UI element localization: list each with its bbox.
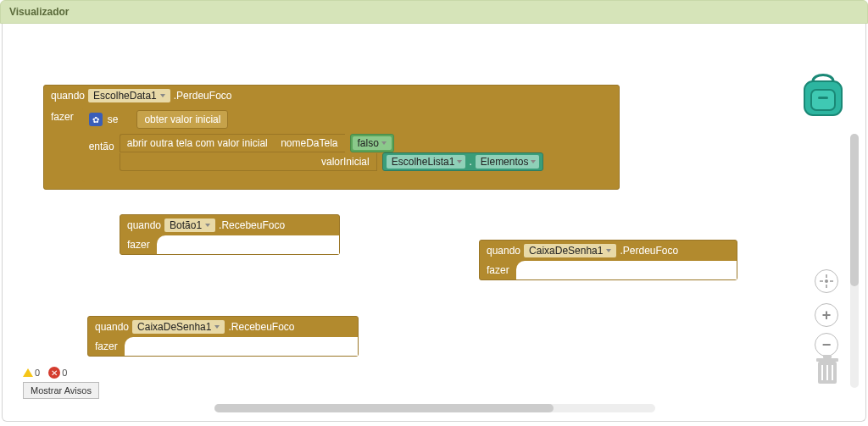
warnings-indicator[interactable]: 0 [23, 368, 40, 378]
if-row: ✿ se obter valor inicial [82, 108, 619, 131]
backpack-icon[interactable] [796, 66, 850, 120]
svg-rect-1 [811, 90, 835, 110]
dropdown-label: CaixaDeSenha1 [529, 245, 603, 257]
when-label: quando [95, 321, 129, 333]
open-screen-block[interactable]: abrir outra tela com valor inicial nomeD… [120, 134, 345, 152]
status-bar: 0 ✕ 0 Mostrar Avisos [23, 367, 99, 399]
zoom-in-button[interactable]: + [815, 303, 838, 327]
event-header: quando CaixaDeSenha1 .PerdeuFoco [480, 241, 737, 261]
empty-body-slot[interactable] [157, 235, 339, 254]
event-block-botao1-recebeufoco[interactable]: quando Botão1 .RecebeuFoco fazer [120, 214, 340, 255]
errors-count: 0 [62, 368, 67, 378]
chevron-down-icon [160, 94, 165, 97]
dropdown-label: CaixaDeSenha1 [137, 321, 211, 333]
dropdown-label: EscolheData1 [93, 90, 157, 102]
property-dropdown[interactable]: Elementos [476, 155, 540, 169]
open-screen-arg2[interactable]: valorInicial [120, 153, 377, 171]
false-text: falso [358, 137, 379, 149]
chevron-down-icon [606, 249, 611, 252]
event-block-caixadesenha-perdeufoco[interactable]: quando CaixaDeSenha1 .PerdeuFoco fazer [479, 240, 737, 280]
do-label: fazer [51, 108, 74, 123]
show-warnings-label: Mostrar Avisos [31, 385, 92, 396]
event-header: quando CaixaDeSenha1 .RecebeuFoco [88, 317, 358, 337]
arg-valorinicial-label: valorInicial [321, 156, 370, 168]
dot: . [469, 156, 471, 168]
svg-rect-2 [818, 97, 828, 99]
when-label: quando [127, 219, 161, 231]
logic-false-block[interactable]: falso [350, 134, 394, 152]
svg-rect-9 [816, 358, 838, 362]
horizontal-scroll-thumb[interactable] [214, 404, 554, 412]
warnings-count: 0 [35, 368, 40, 378]
dropdown-label: Botão1 [170, 219, 202, 231]
svg-point-3 [825, 279, 828, 283]
event-header: quando Botão1 .RecebeuFoco [120, 215, 339, 235]
panel-header: Visualizador [0, 0, 868, 24]
do-label: fazer [88, 337, 125, 356]
do-label: fazer [480, 261, 516, 279]
panel-title: Visualizador [9, 6, 69, 18]
event-block-caixadesenha-recebeufoco[interactable]: quando CaixaDeSenha1 .RecebeuFoco fazer [87, 316, 359, 357]
component-dropdown[interactable]: Botão1 [164, 219, 215, 232]
blocks-canvas-container: quando EscolheData1 .PerdeuFoco fazer ✿ … [2, 24, 866, 422]
event-name: .RecebeuFoco [228, 321, 294, 333]
chevron-down-icon [214, 325, 220, 329]
component-dropdown[interactable]: CaixaDeSenha1 [132, 320, 225, 334]
if-label: se [108, 113, 119, 125]
svg-rect-10 [823, 355, 832, 358]
vertical-scrollbar[interactable] [850, 134, 859, 388]
dropdown-label: EscolheLista1 [392, 156, 455, 168]
event-name: .PerdeuFoco [620, 245, 678, 257]
error-icon: ✕ [48, 367, 60, 379]
center-button[interactable] [815, 269, 838, 293]
then-row: então abrir outra tela com valor inicial… [82, 131, 619, 174]
trash-icon[interactable] [813, 353, 842, 387]
component-dropdown[interactable]: EscolheLista1 [387, 155, 466, 169]
dropdown-label: Elementos [481, 156, 529, 168]
chevron-down-icon [205, 224, 210, 227]
event-body: fazer ✿ se obter valor inicial [44, 106, 619, 189]
vertical-scroll-thumb[interactable] [850, 134, 859, 286]
event-name: .PerdeuFoco [174, 90, 232, 102]
empty-body-slot[interactable] [516, 261, 737, 279]
warning-icon [23, 368, 33, 377]
chevron-down-icon [531, 160, 536, 163]
chevron-down-icon [457, 160, 462, 163]
do-label: fazer [120, 235, 157, 254]
arg-name-label: nomeDaTela [281, 137, 337, 149]
gear-icon[interactable]: ✿ [89, 113, 103, 126]
component-dropdown[interactable]: EscolheData1 [88, 89, 170, 102]
when-label: quando [51, 90, 85, 102]
show-warnings-button[interactable]: Mostrar Avisos [23, 382, 99, 399]
event-block-escolhedata-perdeufoco[interactable]: quando EscolheData1 .PerdeuFoco fazer ✿ … [43, 85, 620, 190]
component-property-block[interactable]: EscolheLista1 . Elementos [382, 152, 544, 171]
then-label: então [89, 134, 114, 152]
blocks-canvas[interactable]: quando EscolheData1 .PerdeuFoco fazer ✿ … [3, 24, 842, 396]
open-screen-label: abrir outra tela com valor inicial [127, 137, 268, 149]
empty-body-slot[interactable] [125, 337, 358, 356]
condition-block[interactable]: obter valor inicial [136, 110, 228, 129]
errors-indicator[interactable]: ✕ 0 [48, 367, 67, 379]
component-dropdown[interactable]: CaixaDeSenha1 [524, 244, 616, 257]
event-header: quando EscolheData1 .PerdeuFoco [44, 86, 619, 106]
chevron-down-icon [381, 141, 387, 145]
horizontal-scrollbar[interactable] [214, 404, 655, 412]
when-label: quando [487, 245, 520, 257]
condition-text: obter valor inicial [144, 113, 220, 125]
event-name: .RecebeuFoco [219, 219, 285, 231]
